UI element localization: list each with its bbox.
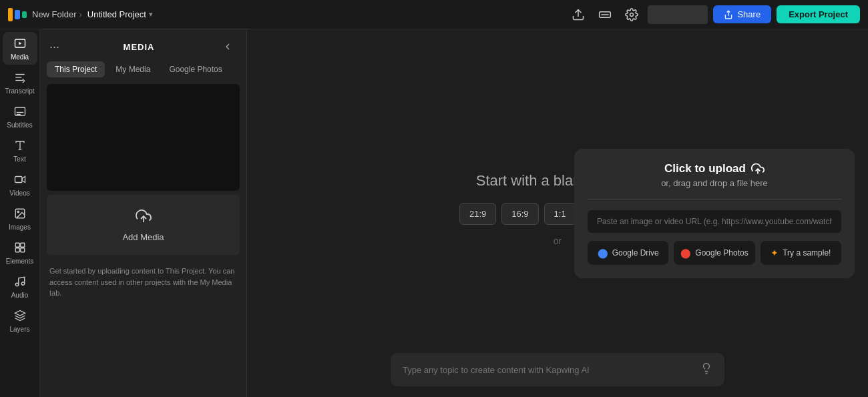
svg-point-16 — [17, 211, 19, 212]
project-chevron-icon: ▾ — [149, 10, 153, 19]
topbar: New Folder › Untitled Project ▾ Share Ex… — [0, 0, 868, 29]
sidebar-item-label-videos: Videos — [9, 189, 29, 197]
breadcrumb: New Folder › — [32, 9, 82, 19]
collapse-panel-button[interactable] — [218, 37, 237, 56]
export-button[interactable]: Export Project — [777, 5, 860, 23]
google-drive-button[interactable]: ⬤ Google Drive — [588, 241, 668, 265]
videos-icon — [14, 173, 26, 187]
upload-icon-btn[interactable] — [568, 4, 589, 25]
sidebar-item-media[interactable]: Media — [3, 32, 37, 65]
sidebar-item-transcript[interactable]: Transcript — [3, 66, 37, 99]
canvas-area: Start with a blank canvas 21:9 16:9 1:1 … — [247, 29, 868, 397]
or-text: or — [554, 236, 562, 246]
timeline-icon-btn[interactable] — [594, 4, 616, 25]
media-description: Get started by uploading content to This… — [40, 259, 246, 306]
media-panel-title: MEDIA — [59, 42, 218, 52]
upload-arrow-icon — [751, 162, 765, 175]
sidebar-item-text[interactable]: Text — [3, 134, 37, 167]
sidebar-item-audio[interactable]: Audio — [3, 270, 37, 303]
sidebar-item-label-layers: Layers — [9, 326, 29, 333]
timeline-icon — [598, 8, 612, 21]
main: Media Transcript Subtitles Text Videos — [0, 29, 868, 397]
logo — [8, 8, 27, 21]
upload-source-row: ⬤ Google Drive ⬤ Google Photos ✦ Try a s… — [588, 241, 841, 265]
share-button[interactable]: Share — [713, 5, 771, 23]
topbar-actions: Share Export Project — [568, 4, 860, 25]
svg-rect-18 — [20, 243, 24, 247]
media-preview-area — [47, 84, 240, 191]
media-tabs: This Project My Media Google Photos — [40, 61, 246, 84]
sidebar-item-label-media: Media — [11, 53, 29, 61]
upload-plus-icon — [136, 208, 152, 228]
text-icon — [14, 139, 26, 153]
ai-lightbulb-icon[interactable] — [700, 362, 712, 377]
svg-rect-17 — [15, 243, 19, 247]
chevron-left-icon — [222, 41, 233, 52]
progress-bar — [648, 5, 708, 24]
icon-sidebar: Media Transcript Subtitles Text Videos — [0, 29, 40, 397]
sidebar-item-layers[interactable]: Layers — [3, 304, 37, 337]
elements-icon — [14, 242, 26, 256]
share-icon — [724, 10, 733, 19]
tab-my-media[interactable]: My Media — [107, 61, 158, 77]
svg-point-22 — [21, 282, 25, 286]
add-media-button[interactable]: Add Media — [47, 195, 240, 255]
aspect-btn-21-9[interactable]: 21:9 — [459, 203, 496, 225]
google-photos-button[interactable]: ⬤ Google Photos — [674, 241, 754, 265]
gdrive-icon: ⬤ — [598, 248, 608, 258]
svg-rect-19 — [15, 248, 19, 252]
sidebar-item-elements[interactable]: Elements — [3, 236, 37, 269]
click-to-upload-label[interactable]: Click to upload — [664, 162, 765, 175]
sidebar-item-label-subtitles: Subtitles — [7, 121, 32, 129]
media-icon — [14, 37, 26, 51]
sidebar-item-videos[interactable]: Videos — [3, 168, 37, 201]
svg-rect-14 — [15, 177, 22, 183]
tab-google-photos[interactable]: Google Photos — [161, 61, 230, 77]
svg-point-21 — [15, 283, 19, 286]
add-media-label: Add Media — [122, 232, 164, 242]
ai-topic-input[interactable] — [403, 365, 694, 375]
project-name[interactable]: Untitled Project ▾ — [87, 9, 153, 19]
upload-icon — [572, 8, 585, 21]
url-input[interactable] — [588, 210, 841, 233]
images-icon — [14, 208, 26, 222]
sidebar-item-label-text: Text — [13, 155, 25, 163]
gphotos-icon: ⬤ — [680, 248, 691, 258]
media-panel-header: ··· MEDIA — [40, 29, 246, 61]
ai-input-bar — [391, 353, 724, 386]
layers-icon — [14, 310, 26, 324]
aspect-btn-1-1[interactable]: 1:1 — [544, 203, 576, 225]
folder-name[interactable]: New Folder — [32, 9, 76, 19]
media-panel-more-icon[interactable]: ··· — [49, 40, 59, 54]
sidebar-item-label-audio: Audio — [11, 292, 29, 299]
svg-rect-20 — [20, 248, 24, 252]
sidebar-item-label-elements: Elements — [6, 258, 34, 265]
breadcrumb-separator: › — [79, 9, 81, 19]
svg-marker-23 — [15, 311, 25, 316]
upload-panel: Click to upload or, drag and drop a file… — [574, 149, 855, 278]
aspect-btn-16-9[interactable]: 16:9 — [501, 203, 538, 225]
media-panel: ··· MEDIA This Project My Media Google P… — [40, 29, 247, 397]
drag-drop-text: or, drag and drop a file here — [661, 178, 768, 188]
sidebar-item-label-transcript: Transcript — [5, 87, 34, 95]
sidebar-item-images[interactable]: Images — [3, 202, 37, 235]
gear-icon — [625, 8, 638, 21]
audio-icon — [14, 276, 26, 290]
try-sample-button[interactable]: ✦ Try a sample! — [761, 241, 841, 265]
sidebar-item-subtitles[interactable]: Subtitles — [3, 100, 37, 133]
subtitles-icon — [14, 105, 26, 119]
panel-resize-handle[interactable] — [244, 29, 249, 397]
sidebar-item-label-images: Images — [9, 224, 31, 231]
sample-icon: ✦ — [771, 248, 779, 258]
settings-icon-btn[interactable] — [621, 4, 642, 25]
transcript-icon — [14, 71, 26, 85]
tab-this-project[interactable]: This Project — [47, 61, 105, 77]
upload-divider — [588, 199, 841, 200]
svg-point-3 — [630, 13, 634, 16]
